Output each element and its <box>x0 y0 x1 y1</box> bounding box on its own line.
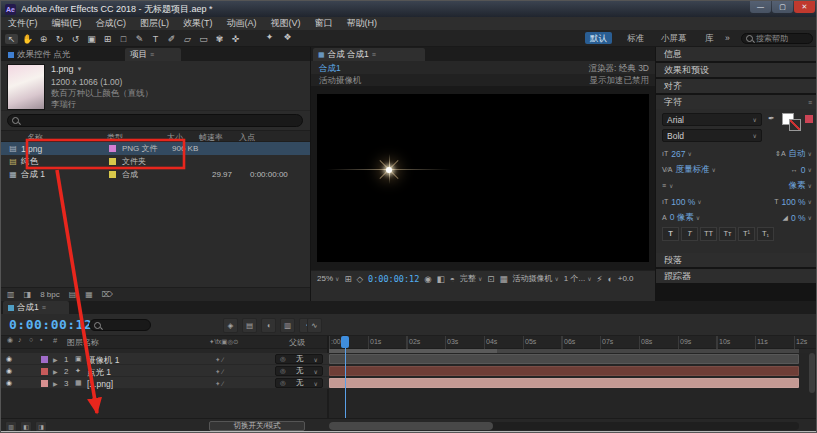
font-size-value[interactable]: 267 <box>671 149 685 159</box>
grid-guides-icon[interactable]: ⊞ <box>344 274 351 284</box>
hand-tool[interactable]: ✋ <box>21 34 34 44</box>
fast-preview-icon[interactable]: ⚡ <box>597 274 603 284</box>
layer-name-column[interactable]: 图层名称 <box>67 337 99 348</box>
video-switch-icon[interactable]: ◉ <box>7 336 13 344</box>
label-color-chip[interactable] <box>109 145 116 152</box>
brush-tool[interactable]: ✐ <box>165 34 178 44</box>
selection-tool[interactable]: ↖ <box>5 34 18 44</box>
panel-character[interactable]: 字符 ≡ <box>656 95 817 109</box>
menu-window[interactable]: 窗口 <box>308 17 340 30</box>
chevron-down-icon[interactable]: ∨ <box>697 198 701 205</box>
project-row-1png[interactable]: ▤ 1.png PNG 文件 906 KB <box>1 142 310 155</box>
comp-breadcrumb[interactable]: 合成1 <box>319 63 341 75</box>
channels-icon[interactable]: ◓ <box>450 274 455 284</box>
mask-visibility-icon[interactable]: ◇ <box>357 274 364 284</box>
parent-dropdown[interactable]: ◎ 无 ∨ <box>275 366 323 376</box>
mini-flowchart-icon[interactable]: ◈ <box>223 318 238 333</box>
expander-icon[interactable]: ▶ <box>53 368 58 375</box>
renderer-label[interactable]: 渲染器: 经典 3D <box>589 63 649 75</box>
panel-info[interactable]: 信息 <box>656 47 817 61</box>
exposure-icon[interactable]: ◐ <box>608 274 613 284</box>
cti-handle[interactable] <box>341 336 349 348</box>
resolution-dropdown[interactable]: 完整 ∨ <box>460 273 482 284</box>
font-family-dropdown[interactable]: Arial ∨ <box>662 113 762 126</box>
graph-editor-icon[interactable]: ∿ <box>307 318 322 333</box>
eraser-tool[interactable]: ▭ <box>197 34 210 44</box>
magnification-dropdown[interactable]: 25% ∨ <box>317 274 339 283</box>
panel-menu-icon[interactable]: ≡ <box>808 99 812 106</box>
toolbar-extra-icon-2[interactable]: ❖ <box>281 32 294 42</box>
current-time-display[interactable]: 0:00:00:12 <box>9 317 92 332</box>
layer-switches[interactable]: ✦ ∕ <box>215 356 223 364</box>
eye-icon[interactable]: ◉ <box>6 379 12 387</box>
horizontal-scale-value[interactable]: 100 % <box>781 197 805 207</box>
color-swatch-red[interactable] <box>805 115 813 123</box>
camera-tool[interactable]: ▣ <box>85 34 98 44</box>
new-composition-icon[interactable]: ▦ <box>85 290 93 299</box>
eye-icon[interactable]: ◉ <box>6 355 12 363</box>
layer-duration-bar-3[interactable] <box>329 378 799 388</box>
font-style-dropdown[interactable]: Bold ∨ <box>662 129 762 142</box>
roto-brush-tool[interactable]: ✾ <box>213 34 226 44</box>
snapshot-icon[interactable]: ◉ <box>424 274 431 284</box>
tracking-value[interactable]: 0 <box>801 165 806 175</box>
toggle-switches-modes-button[interactable]: 切换开关/模式 <box>209 421 305 431</box>
transparency-grid-icon[interactable]: ▦ <box>499 274 507 284</box>
pickwhip-icon[interactable]: ◎ <box>280 367 286 375</box>
draft-3d-icon[interactable]: ▤ <box>242 318 257 333</box>
clone-stamp-tool[interactable]: ▱ <box>181 34 194 44</box>
pickwhip-icon[interactable]: ◎ <box>280 355 286 363</box>
solo-switch-icon[interactable]: ○ <box>29 336 33 343</box>
puppet-tool[interactable]: ✜ <box>229 34 242 44</box>
workspace-overflow-icon[interactable]: » <box>725 32 730 44</box>
zoom-tool[interactable]: ⊕ <box>37 34 50 44</box>
parent-dropdown[interactable]: ◎ 无 ∨ <box>275 354 323 364</box>
tab-effect-controls[interactable]: 效果控件 点光 <box>3 48 121 61</box>
frame-blending-icon[interactable]: ▥ <box>280 318 295 333</box>
menu-layer[interactable]: 图层(L) <box>133 17 176 30</box>
vertical-scrollbar[interactable] <box>809 353 815 393</box>
comp-viewport[interactable] <box>311 86 655 270</box>
panel-menu-icon[interactable]: ≡ <box>42 304 46 311</box>
close-button[interactable]: ✕ <box>794 1 815 13</box>
tab-timeline-comp1[interactable]: 合成1 ≡ <box>3 301 69 314</box>
label-color-chip[interactable] <box>41 356 48 363</box>
view-layout-dropdown[interactable]: 1 个... ∨ <box>564 273 592 284</box>
color-depth-button[interactable]: 8 bpc <box>40 290 60 299</box>
layer-switches[interactable]: ✦ ∕ <box>215 380 223 388</box>
small-caps-button[interactable]: Tᴛ <box>719 227 736 241</box>
layer-duration-bar-2[interactable] <box>329 366 799 376</box>
project-row-comp1[interactable]: ▦ 合成 1 合成 29.97 0:00:00:00 <box>1 168 310 181</box>
chevron-down-icon[interactable]: ▼ <box>77 66 83 72</box>
exposure-value[interactable]: +0.0 <box>618 274 634 283</box>
layer-row-3[interactable]: ◉ ▶ 3 ▦ [1.png] ✦ ∕ ◎ 无 ∨ <box>1 377 329 389</box>
type-tool[interactable]: T <box>149 34 162 44</box>
tab-composition[interactable]: ▦ 合成 合成1 ≡ <box>313 48 425 61</box>
expander-icon[interactable]: ▶ <box>53 356 58 363</box>
stroke-unit-value[interactable]: 像素 <box>789 180 806 192</box>
layer-name[interactable]: [1.png] <box>87 379 113 389</box>
tsume-value[interactable]: 0 % <box>791 213 806 223</box>
workspace-standard[interactable]: 标准 <box>627 32 644 44</box>
kerning-value[interactable]: 度量标准 <box>676 164 710 176</box>
panel-tracker[interactable]: 跟踪器 <box>656 269 817 283</box>
stroke-color-swatch[interactable] <box>789 119 801 131</box>
all-caps-button[interactable]: TT <box>700 227 717 241</box>
leading-value[interactable]: 自动 <box>789 148 806 160</box>
subscript-button[interactable]: T₁ <box>757 227 774 241</box>
rotation-tool[interactable]: ↺ <box>69 34 82 44</box>
eyedropper-icon[interactable]: ✒ <box>768 114 775 123</box>
interpret-footage-icon[interactable]: ▥ <box>7 290 15 299</box>
menu-animation[interactable]: 动画(A) <box>220 17 264 30</box>
lock-switch-icon[interactable]: ▪ <box>40 336 42 343</box>
light-point-icon[interactable] <box>386 167 392 173</box>
parent-dropdown[interactable]: ◎ 无 ∨ <box>275 378 323 388</box>
faux-italic-button[interactable]: T <box>681 227 698 241</box>
workspace-small-screen[interactable]: 小屏幕 <box>661 32 687 44</box>
menu-file[interactable]: 文件(F) <box>1 17 45 30</box>
shape-tool[interactable]: □ <box>117 34 130 44</box>
faux-bold-button[interactable]: T <box>662 227 679 241</box>
label-color-chip[interactable] <box>41 368 48 375</box>
eye-icon[interactable]: ◉ <box>6 367 12 375</box>
horizontal-scrollbar-thumb[interactable] <box>329 422 493 430</box>
